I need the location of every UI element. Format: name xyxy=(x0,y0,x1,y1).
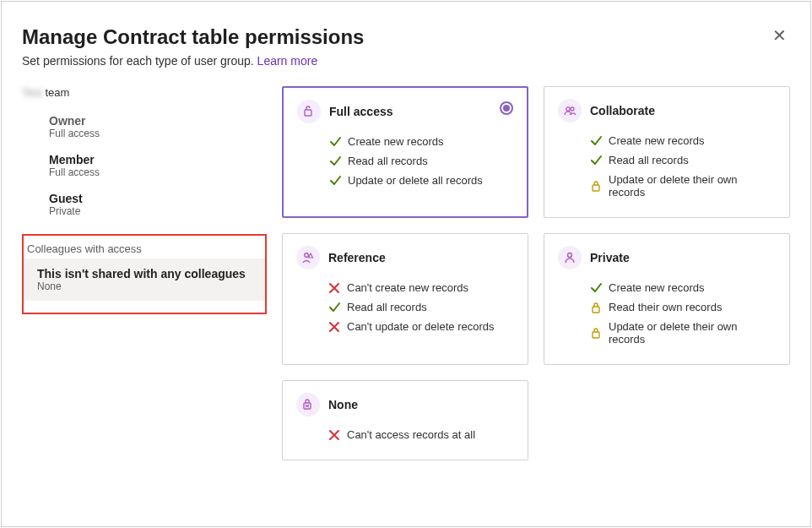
card-feature: Update or delete their own records xyxy=(558,170,776,202)
card-feature: Update or delete all records xyxy=(297,171,513,190)
team-label: Test team xyxy=(22,86,267,99)
card-title: None xyxy=(328,398,358,411)
sidebar-item-member[interactable]: Member Full access xyxy=(22,146,267,185)
card-feature: Read their own records xyxy=(558,297,776,317)
check-icon xyxy=(329,155,341,167)
lock-icon xyxy=(590,302,602,313)
card-feature: Update or delete their own records xyxy=(558,317,776,349)
group-icon xyxy=(558,99,582,122)
check-icon xyxy=(590,135,602,147)
permission-card-collaborate[interactable]: CollaborateCreate new recordsRead all re… xyxy=(544,86,790,218)
check-icon xyxy=(329,175,341,187)
card-feature: Can't create new records xyxy=(296,278,514,297)
card-feature-text: Read all records xyxy=(348,155,428,167)
permission-cards: Full accessCreate new recordsRead all re… xyxy=(282,86,790,460)
permission-card-none[interactable]: NoneCan't access records at all xyxy=(282,380,528,460)
check-icon xyxy=(329,136,341,148)
sidebar: Test team Owner Full access Member Full … xyxy=(22,86,267,460)
card-feature: Read all records xyxy=(297,151,513,171)
sidebar-item-guest[interactable]: Guest Private xyxy=(22,185,267,224)
card-title: Full access xyxy=(329,105,393,118)
person-icon xyxy=(558,246,582,269)
permission-card-full-access[interactable]: Full accessCreate new recordsRead all re… xyxy=(282,86,528,218)
lock-x-icon xyxy=(296,393,320,416)
card-feature-text: Update or delete their own records xyxy=(609,173,776,199)
cross-icon xyxy=(328,429,340,441)
unlock-icon xyxy=(297,100,321,123)
cross-icon xyxy=(328,321,340,333)
permission-card-private[interactable]: PrivateCreate new recordsRead their own … xyxy=(544,233,790,365)
card-feature-text: Can't create new records xyxy=(347,281,468,294)
card-title: Private xyxy=(590,251,630,264)
card-feature-text: Read their own records xyxy=(609,301,722,313)
sidebar-item-colleagues[interactable]: This isn't shared with any colleagues No… xyxy=(24,259,265,301)
card-feature: Read all records xyxy=(558,150,776,170)
card-feature-text: Update or delete their own records xyxy=(609,320,776,346)
people-icon xyxy=(25,153,41,168)
cross-icon xyxy=(328,282,340,294)
page-subtitle: Set permissions for each type of user gr… xyxy=(22,54,790,68)
colleagues-section: Colleagues with access This isn't shared… xyxy=(22,234,267,314)
card-feature: Can't access records at all xyxy=(296,425,514,444)
card-feature-text: Create new records xyxy=(348,135,443,148)
card-feature: Can't update or delete records xyxy=(296,317,514,336)
card-feature-text: Read all records xyxy=(609,154,689,166)
card-title: Collaborate xyxy=(590,104,655,117)
radio-selected-icon xyxy=(500,101,513,115)
card-feature-text: Can't access records at all xyxy=(347,428,475,441)
close-icon[interactable]: ✕ xyxy=(769,25,790,46)
check-icon xyxy=(590,282,602,294)
lock-icon xyxy=(590,327,602,339)
person-warn-icon xyxy=(296,246,320,269)
learn-more-link[interactable]: Learn more xyxy=(257,54,318,68)
card-feature-text: Update or delete all records xyxy=(348,174,483,187)
card-feature-text: Can't update or delete records xyxy=(347,320,494,333)
card-feature: Create new records xyxy=(558,131,776,150)
person-icon xyxy=(25,192,41,207)
page-title: Manage Contract table permissions xyxy=(22,25,364,49)
lock-icon xyxy=(590,180,602,192)
colleagues-header: Colleagues with access xyxy=(24,236,265,259)
permission-card-reference[interactable]: ReferenceCan't create new recordsRead al… xyxy=(282,233,528,365)
card-feature-text: Read all records xyxy=(347,301,427,313)
check-icon xyxy=(328,302,340,313)
person-gear-icon xyxy=(25,114,41,129)
card-title: Reference xyxy=(328,251,386,264)
card-feature: Create new records xyxy=(558,278,776,297)
check-icon xyxy=(590,155,602,166)
card-feature-text: Create new records xyxy=(609,281,704,294)
card-feature-text: Create new records xyxy=(609,134,704,147)
card-feature: Read all records xyxy=(296,297,514,317)
card-feature: Create new records xyxy=(297,132,513,151)
sidebar-item-owner[interactable]: Owner Full access xyxy=(22,107,267,146)
